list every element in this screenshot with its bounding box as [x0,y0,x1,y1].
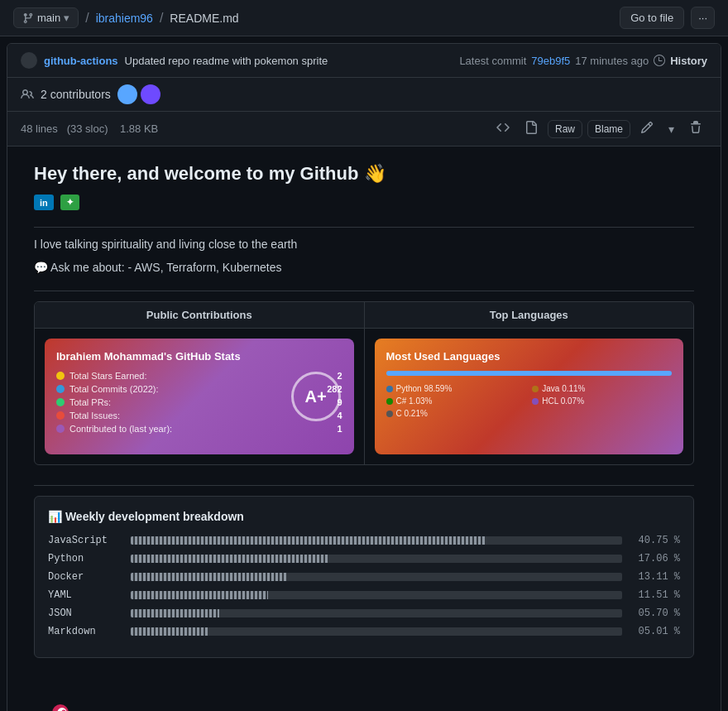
stat-icon-4 [56,425,65,433]
contributor-avatar-2[interactable] [141,84,160,104]
stat-row-4: Contributed to (last year): 1 [56,424,342,434]
linkedin-badge[interactable]: in [34,195,54,210]
github-stats-card: Ibrahiem Mohammad's GitHub Stats Total S… [45,339,354,454]
lang-dot-java [532,386,539,392]
stat-icon-0 [56,372,65,380]
breakdown-lang-docker: Docker [48,571,122,583]
breadcrumb-sep: / [85,11,89,26]
breakdown-lang-json: JSON [48,608,122,619]
lang-card-title: Most Used Languages [386,350,673,363]
language-bar [386,371,673,376]
lang-dot-csharp [386,398,393,405]
breakdown-bar-container-docker [131,573,622,581]
chevron-down-icon: ▾ [64,12,69,24]
social-badges: in ✦ [34,195,694,210]
breakdown-pct-yaml: 11.51 % [630,589,680,601]
branch-button[interactable]: main ▾ [13,7,79,28]
edit-dropdown-button[interactable]: ▾ [663,120,679,138]
stat-icon-3 [56,411,65,420]
more-options-button[interactable]: ··· [691,7,715,29]
breakdown-bar-js [131,536,485,545]
repo-file[interactable]: README.md [170,12,238,25]
contributor-avatars [117,84,160,104]
readme-content: Hey there, and welcome to my Github 👋 in… [7,147,721,711]
breakdown-row-js: JavaScript 40.75 % [48,535,680,546]
breakdown-pct-md: 05.01 % [630,626,680,637]
contributor-avatar-1[interactable] [117,84,137,104]
divider-1 [34,227,694,228]
lang-dot-hcl [532,398,539,405]
readme-title: Hey there, and welcome to my Github 👋 [34,163,694,185]
language-grid: Python 98.59% Java 0.11% C# 1.03% [386,384,673,418]
lang-name-java: Java 0.11% [542,384,585,393]
lang-item-2: C# 1.03% [386,396,526,406]
breakdown-row-py: Python 17.06 % [48,553,680,564]
file-view-button[interactable] [520,118,543,139]
repo-user[interactable]: ibrahiem96 [96,12,153,25]
breakdown-bar-container-yaml [131,591,622,599]
branch-label: main [37,12,60,24]
github-stats-title: Ibrahiem Mohammad's GitHub Stats [56,350,342,363]
public-contributions-body: Ibrahiem Mohammad's GitHub Stats Total S… [35,329,364,464]
page-wrapper: main ▾ / ibrahiem96 / README.md Go to fi… [0,0,728,711]
breakdown-bar-docker [131,573,288,581]
branch-icon [22,12,34,24]
lang-dot-c [386,411,393,417]
breakdown-row-yaml: YAML 11.51 % [48,589,680,601]
breakdown-bar-container-md [131,627,622,636]
file-stats-right: Raw Blame ▾ [491,118,707,139]
bio-text: I love talking spirituality and living c… [34,238,694,251]
lang-item-0: Python 98.59% [386,384,526,393]
github-actions-avatar [21,52,37,69]
raw-button[interactable]: Raw [548,120,582,138]
delete-button[interactable] [684,118,707,139]
public-contributions-section: Public Contributions Ibrahiem Mohammad's… [35,302,365,464]
stat-label-3: Total Issues: [69,411,332,420]
clock-icon [654,55,665,66]
breakdown-bar-container-js [131,536,622,545]
blame-button[interactable]: Blame [587,120,630,138]
breakdown-pct-js: 40.75 % [630,535,680,546]
sloc-count: (33 sloc) [67,123,108,135]
history-link[interactable]: History [670,55,707,67]
commit-right: Latest commit 79eb9f5 17 minutes ago His… [459,55,707,67]
stat-icon-2 [56,398,65,406]
breakdown-bar-md [131,627,209,636]
lang-item-1: Java 0.11% [532,384,672,393]
contributors-bar: 2 contributors [7,78,721,112]
stats-row: Public Contributions Ibrahiem Mohammad's… [34,301,694,465]
stat-value-3: 4 [337,411,342,420]
stat-label-1: Total Commits (2022): [69,384,322,394]
commit-author[interactable]: github-actions [44,55,118,67]
lines-count: 48 lines [21,123,58,135]
pokemon-sprite [34,691,87,711]
top-languages-header: Top Languages [365,302,694,329]
content-border: github-actions Updated repo readme with … [7,43,721,711]
top-languages-card: Most Used Languages Python 98.59% Java 0… [375,339,684,454]
edit-button[interactable] [635,118,659,139]
lang-name-hcl: HCL 0.07% [542,396,584,406]
lang-name-python: Python 98.59% [396,384,453,393]
breakdown-row-json: JSON 05.70 % [48,608,680,619]
breakdown-pct-json: 05.70 % [630,608,680,619]
commit-bar: github-actions Updated repo readme with … [7,44,721,78]
file-stats-left: 48 lines (33 sloc) 1.88 KB [21,123,158,135]
breakdown-bar-container-py [131,555,622,563]
latest-commit-label: Latest commit [459,55,526,67]
contributors-label: 2 contributors [41,88,111,101]
breadcrumb-sep2: / [160,11,163,26]
commit-message: Updated repo readme with pokemon sprite [125,55,328,67]
breakdown-bar-json [131,609,219,617]
contributors-icon [21,88,34,101]
commit-hash[interactable]: 79eb9f5 [531,55,570,67]
breakdown-row-md: Markdown 05.01 % [48,626,680,637]
code-view-button[interactable] [491,118,515,139]
breakdown-lang-md: Markdown [48,626,122,637]
commit-left: github-actions Updated repo readme with … [21,52,328,69]
green-badge[interactable]: ✦ [60,195,79,210]
breakdown-pct-docker: 13.11 % [630,571,680,583]
trash-icon [689,121,702,134]
go-to-file-button[interactable]: Go to file [620,7,684,29]
breakdown-lang-yaml: YAML [48,589,122,601]
ask-text: 💬 Ask me about: - AWS, Terraform, Kubern… [34,261,694,274]
